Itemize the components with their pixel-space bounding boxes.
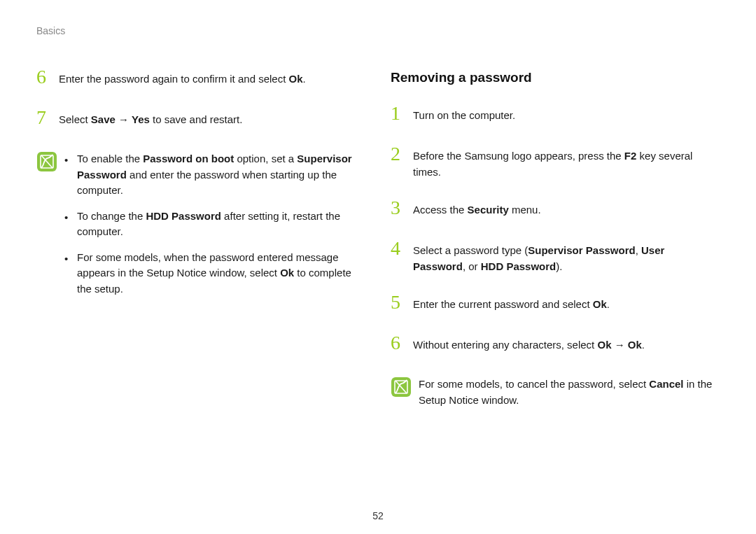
text: Select bbox=[59, 113, 91, 125]
text: , or bbox=[463, 260, 481, 272]
step-number: 3 bbox=[391, 198, 406, 218]
text: option, set a bbox=[234, 153, 297, 164]
bold: Ok bbox=[593, 298, 607, 310]
bold-yes: Yes bbox=[132, 113, 150, 125]
note-block-right: For some models, to cancel the password,… bbox=[391, 377, 720, 408]
step-number: 6 bbox=[36, 67, 52, 87]
text: Turn on the computer. bbox=[413, 109, 515, 121]
text: To change the bbox=[77, 210, 146, 222]
bullet-item: • For some models, when the password ent… bbox=[64, 250, 365, 297]
step-4: 4 Select a password type (Supervisor Pas… bbox=[391, 241, 720, 274]
note-icon bbox=[391, 377, 412, 398]
bold: HDD Password bbox=[481, 260, 556, 272]
bold: Security bbox=[468, 204, 509, 216]
two-column-layout: 6 Enter the password again to confirm it… bbox=[36, 70, 720, 429]
note-content: • To enable the Password on boot option,… bbox=[64, 151, 365, 297]
section-title: Removing a password bbox=[391, 70, 720, 85]
left-column: 6 Enter the password again to confirm it… bbox=[36, 70, 365, 429]
text: For some models, to cancel the password,… bbox=[419, 378, 649, 390]
text: to save and restart. bbox=[150, 113, 243, 125]
step-number: 2 bbox=[391, 144, 406, 164]
step-1: 1 Turn on the computer. bbox=[391, 106, 720, 126]
text: Enter the password again to confirm it a… bbox=[59, 73, 289, 85]
step-number: 7 bbox=[36, 108, 52, 127]
text: Without entering any characters, select bbox=[413, 339, 597, 351]
text: Enter the current password and select bbox=[413, 298, 593, 310]
bullet-text: For some models, when the password enter… bbox=[77, 250, 365, 297]
bold: Cancel bbox=[649, 378, 683, 390]
text: Select a password type ( bbox=[413, 244, 528, 256]
arrow: → bbox=[115, 113, 132, 125]
bullet-text: To enable the Password on boot option, s… bbox=[77, 151, 365, 199]
note-icon bbox=[36, 151, 57, 172]
step-text: Without entering any characters, select … bbox=[413, 336, 645, 353]
bold: Ok bbox=[628, 339, 642, 351]
step-number: 4 bbox=[391, 239, 406, 258]
step-3: 3 Access the Security menu. bbox=[391, 201, 720, 220]
text: menu. bbox=[509, 204, 541, 216]
bullet-item: • To change the HDD Password after setti… bbox=[64, 209, 365, 240]
text: Access the bbox=[413, 204, 468, 216]
text: To enable the bbox=[77, 153, 143, 164]
bullet-dot: • bbox=[64, 151, 71, 199]
bold: F2 bbox=[624, 150, 637, 162]
step-text: Select Save → Yes to save and restart. bbox=[59, 111, 242, 128]
bold: Ok bbox=[280, 267, 294, 279]
step-text: Turn on the computer. bbox=[413, 106, 515, 124]
step-text: Access the Security menu. bbox=[413, 201, 541, 218]
bold-ok: Ok bbox=[289, 73, 303, 85]
bold: Password on boot bbox=[143, 153, 234, 164]
step-6: 6 Enter the password again to confirm it… bbox=[36, 70, 365, 90]
text: ). bbox=[556, 260, 562, 272]
step-text: Before the Samsung logo appears, press t… bbox=[413, 147, 720, 180]
section-header: Basics bbox=[36, 25, 720, 36]
page-number: 52 bbox=[0, 510, 756, 521]
bold: Supervisor Password bbox=[528, 244, 635, 256]
bullet-text: To change the HDD Password after setting… bbox=[77, 209, 365, 240]
step-2: 2 Before the Samsung logo appears, press… bbox=[391, 147, 720, 180]
text: . bbox=[607, 298, 610, 310]
note-block-left: • To enable the Password on boot option,… bbox=[36, 151, 365, 297]
text: . bbox=[303, 73, 306, 85]
text: . bbox=[642, 339, 645, 351]
text: Before the Samsung logo appears, press t… bbox=[413, 150, 624, 162]
step-6: 6 Without entering any characters, selec… bbox=[391, 336, 720, 356]
step-text: Select a password type (Supervisor Passw… bbox=[413, 241, 720, 274]
bold: HDD Password bbox=[146, 210, 221, 222]
step-text: Enter the password again to confirm it a… bbox=[59, 70, 306, 87]
step-number: 6 bbox=[391, 333, 406, 353]
text: , bbox=[636, 244, 641, 256]
step-7: 7 Select Save → Yes to save and restart. bbox=[36, 111, 365, 130]
arrow: → bbox=[611, 339, 627, 351]
note-content: For some models, to cancel the password,… bbox=[419, 377, 720, 408]
bullet-dot: • bbox=[64, 250, 71, 297]
step-number: 1 bbox=[391, 104, 406, 123]
step-text: Enter the current password and select Ok… bbox=[413, 295, 610, 313]
right-column: Removing a password 1 Turn on the comput… bbox=[391, 70, 720, 429]
bold: Ok bbox=[597, 339, 611, 351]
step-5: 5 Enter the current password and select … bbox=[391, 295, 720, 315]
bold-save: Save bbox=[91, 113, 115, 125]
bullet-item: • To enable the Password on boot option,… bbox=[64, 151, 365, 199]
step-number: 5 bbox=[391, 293, 406, 312]
bullet-dot: • bbox=[64, 209, 71, 240]
